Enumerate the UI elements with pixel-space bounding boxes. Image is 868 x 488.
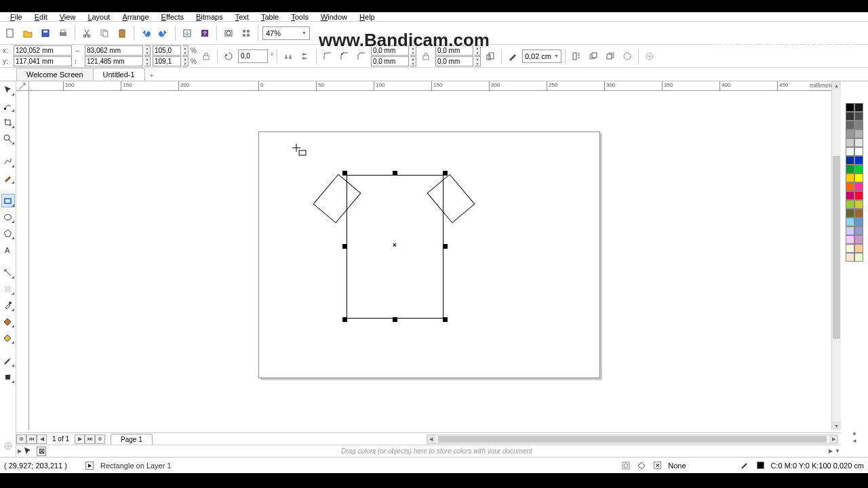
app-launcher-button[interactable] [239, 26, 254, 41]
horizontal-scrollbar[interactable]: ◀ ▶ [427, 434, 838, 444]
to-back-button[interactable] [603, 49, 618, 64]
color-swatch[interactable] [854, 182, 863, 191]
lock-ratio-button[interactable] [199, 49, 214, 64]
color-swatch[interactable] [854, 174, 863, 182]
handle-bl[interactable] [342, 317, 347, 322]
interactive-fill-tool[interactable] [1, 314, 15, 328]
color-swatch[interactable] [854, 253, 863, 262]
menu-effects[interactable]: Effects [155, 13, 190, 21]
mirror-v-button[interactable] [298, 49, 313, 64]
menu-window[interactable]: Window [315, 13, 353, 21]
play-icon[interactable]: ▶ [85, 462, 94, 470]
undo-button[interactable] [138, 26, 153, 41]
drop-shadow-tool[interactable] [1, 266, 15, 279]
color-swatch[interactable] [854, 121, 863, 129]
scroll-down-button[interactable]: ▼ [832, 422, 841, 430]
scale-x-input[interactable]: 105,0 [153, 45, 181, 56]
color-swatch[interactable] [854, 218, 863, 226]
color-swatch[interactable] [846, 121, 854, 129]
handle-mr[interactable] [443, 244, 448, 249]
doc-palette-no-color[interactable]: ⊠ [37, 447, 46, 456]
mirror-h-button[interactable] [281, 49, 296, 64]
outline-color-swatch[interactable] [757, 462, 764, 469]
palette-scroll-down[interactable]: ▼ [850, 431, 859, 438]
color-swatch[interactable] [854, 235, 863, 244]
fill-indicator-icon[interactable] [637, 461, 647, 470]
corner-scallop-button[interactable] [337, 49, 352, 64]
color-swatch[interactable] [854, 129, 863, 138]
color-swatch[interactable] [846, 147, 854, 156]
pick-tool[interactable] [1, 83, 15, 96]
color-swatch[interactable] [846, 209, 854, 218]
export-button[interactable] [197, 26, 212, 41]
color-proof-icon[interactable] [621, 461, 631, 470]
menu-layout[interactable]: Layout [81, 13, 116, 21]
cut-button[interactable] [79, 26, 94, 41]
color-swatch[interactable] [846, 218, 854, 226]
handle-tm[interactable] [393, 171, 397, 176]
ruler-vertical[interactable] [16, 91, 29, 430]
corner-lock-button[interactable] [418, 49, 433, 64]
paste-button[interactable] [115, 26, 130, 41]
selection-center-icon[interactable]: × [393, 241, 397, 249]
fill-none-icon[interactable]: ✕ [654, 462, 661, 469]
eyedropper-tool[interactable] [1, 298, 15, 312]
outline-width-combo[interactable]: 0,02 cm▼ [522, 49, 561, 63]
handle-tr[interactable] [443, 171, 448, 176]
quick-customize-button[interactable] [642, 49, 657, 64]
menu-bitmaps[interactable]: Bitmaps [190, 13, 229, 21]
transparency-tool[interactable] [1, 282, 15, 296]
outline-indicator-icon[interactable] [741, 461, 750, 470]
relative-scale-button[interactable] [483, 49, 498, 64]
freehand-tool[interactable] [1, 155, 15, 168]
shape-tool[interactable] [1, 99, 15, 113]
scroll-up-button[interactable]: ▲ [832, 81, 841, 89]
palette-flyout[interactable]: ◄ [850, 438, 859, 445]
color-swatch[interactable] [854, 191, 863, 200]
height-spinner[interactable]: ▲▼ [144, 56, 151, 66]
print-button[interactable] [56, 26, 71, 41]
corner-tl-input[interactable]: 0,0 mm [371, 45, 409, 56]
color-swatch[interactable] [854, 138, 863, 147]
new-button[interactable] [3, 26, 18, 41]
wrap-text-button[interactable] [569, 49, 584, 64]
crop-tool[interactable] [1, 115, 15, 129]
pos-x-input[interactable]: 120,052 mm [14, 45, 72, 56]
tab-welcome[interactable]: Welcome Screen [16, 68, 94, 81]
menu-text[interactable]: Text [229, 13, 255, 21]
color-swatch[interactable] [846, 112, 854, 121]
color-swatch[interactable] [854, 244, 863, 253]
color-swatch[interactable] [846, 174, 854, 182]
color-swatch[interactable] [846, 235, 854, 244]
color-swatch[interactable] [854, 103, 863, 112]
color-swatch[interactable] [846, 182, 854, 191]
menu-help[interactable]: Help [353, 13, 381, 21]
quick-customize-toolbox[interactable] [1, 439, 15, 453]
color-swatch[interactable] [854, 112, 863, 121]
corner-br-input[interactable]: 0,0 mm [435, 56, 473, 66]
height-input[interactable]: 121,485 mm [85, 56, 143, 66]
save-button[interactable] [38, 26, 53, 41]
color-swatch[interactable] [846, 156, 854, 165]
color-swatch[interactable] [846, 103, 854, 112]
document-palette[interactable]: ▶ ⊠ Drag colors (or objects) here to sto… [16, 445, 841, 457]
page-next[interactable]: ▶ [75, 434, 85, 444]
import-button[interactable] [180, 26, 195, 41]
color-swatch[interactable] [846, 129, 854, 138]
publish-button[interactable] [221, 26, 236, 41]
outline-tool[interactable] [1, 354, 15, 367]
color-swatch[interactable] [854, 156, 863, 165]
handle-br[interactable] [443, 317, 448, 322]
to-front-button[interactable] [586, 49, 601, 64]
add-tab-button[interactable]: + [146, 70, 158, 81]
redo-button[interactable] [156, 26, 171, 41]
page-last[interactable]: ⏭ [85, 434, 95, 444]
polygon-tool[interactable] [1, 226, 15, 240]
zoom-tool[interactable] [1, 131, 15, 145]
corner-tr-input[interactable]: 0,0 mm [435, 45, 473, 56]
ruler-horizontal[interactable]: millimeters 1001502000501001502002503003… [29, 81, 841, 91]
page-tab-1[interactable]: Page 1 [111, 434, 153, 445]
menu-view[interactable]: View [54, 13, 82, 21]
convert-curves-button[interactable] [620, 49, 635, 64]
menu-file[interactable]: File [4, 13, 28, 21]
